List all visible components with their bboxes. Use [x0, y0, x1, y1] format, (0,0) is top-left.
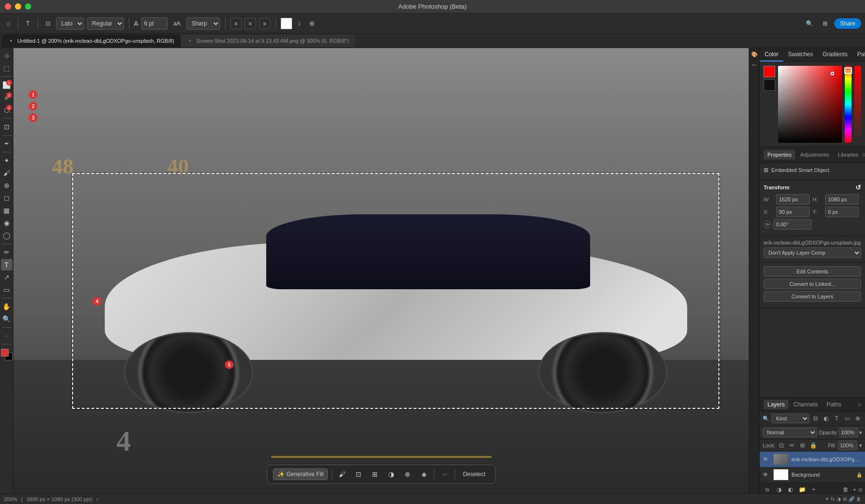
libraries-tab[interactable]: Libraries	[834, 150, 862, 160]
layer-filter-select[interactable]: Kind	[771, 414, 809, 423]
layers-panel-collapse[interactable]: ≡	[858, 401, 861, 408]
gradients-tab[interactable]: Gradients	[818, 48, 853, 61]
deselect-button[interactable]: Deselect	[459, 469, 489, 479]
adjustment-button[interactable]: ◐	[786, 485, 795, 493]
canvas-area[interactable]: 48 40 1 2 3 4 5	[13, 48, 749, 493]
transform-reset-icon[interactable]: ↺	[855, 184, 861, 191]
mask-button[interactable]: ◑	[385, 468, 397, 480]
layer-item-background[interactable]: 👁 Background 🔒	[760, 467, 865, 482]
text-tool-button[interactable]: T	[23, 19, 32, 28]
convert-layers-button[interactable]: Convert to Layers	[764, 291, 861, 302]
generative-fill-button[interactable]: ✨ Generative Fill	[273, 468, 328, 480]
add-mask-button[interactable]: ◑	[774, 485, 784, 493]
history-panel-button[interactable]: ↩	[750, 61, 759, 69]
lock-position-button[interactable]: ✏	[788, 441, 796, 450]
blend-mode-select[interactable]: Normal	[763, 428, 817, 437]
feather-button[interactable]: ◈	[418, 468, 430, 480]
align-center-button[interactable]: ≡	[245, 18, 256, 29]
fill-dropdown-icon[interactable]: ▾	[859, 443, 862, 449]
more-button[interactable]: ···	[438, 469, 451, 479]
filter-adjust-button[interactable]: ◐	[822, 414, 830, 423]
color-picker-panel-button[interactable]: 🎨	[750, 50, 759, 59]
layer-eye-car[interactable]: 👁	[763, 456, 770, 463]
transform-button[interactable]: ⊡	[352, 468, 365, 480]
eraser-tool-button[interactable]: ◻	[1, 192, 12, 204]
tab-screenshot[interactable]: × Screen Shot 2023-06-14 at 9.13.43 AM.p…	[181, 35, 355, 47]
foreground-color-swatch[interactable]	[1, 349, 9, 356]
text-color-swatch[interactable]	[281, 18, 292, 29]
paths-tab[interactable]: Paths	[823, 400, 845, 409]
patterns-tab[interactable]: Patterns	[853, 48, 865, 61]
share-button[interactable]: Share	[834, 18, 861, 29]
tab-untitled[interactable]: × Untitled-1 @ 200% (erik-mclean-dbLgODX…	[2, 35, 180, 47]
layers-tab[interactable]: Layers	[764, 400, 789, 409]
x-input[interactable]	[776, 207, 810, 217]
delete-layer-button[interactable]: 🗑	[841, 485, 851, 493]
hand-tool-button[interactable]: ✋	[1, 301, 12, 312]
artboard-tool-button[interactable]: ⬚	[1, 62, 12, 74]
width-input[interactable]	[776, 194, 810, 205]
layer-item-car[interactable]: 👁 erik-mclean-dbLgODXOPgo-unsplash	[760, 452, 865, 467]
eyedropper-tool-button[interactable]: ✒	[1, 138, 12, 149]
height-input[interactable]	[825, 194, 859, 205]
angle-input[interactable]	[773, 219, 812, 230]
quick-select-tool-button[interactable]: ⬡ 3	[1, 104, 12, 116]
properties-panel-collapse[interactable]: ≡	[862, 151, 865, 158]
lock-pixels-button[interactable]: ⊡	[777, 441, 786, 450]
foreground-color-picker[interactable]	[764, 66, 775, 77]
filter-pixel-button[interactable]: ⊟	[811, 414, 820, 423]
marquee-tool-button[interactable]: ⬜ 1	[1, 79, 12, 91]
color-spectrum[interactable]	[778, 66, 842, 143]
tool-mode-button[interactable]: ⊡	[43, 19, 53, 28]
align-left-button[interactable]: ≡	[230, 18, 242, 29]
lock-artboard-button[interactable]: ⊞	[798, 441, 807, 450]
minimize-button[interactable]	[15, 3, 21, 10]
y-input[interactable]	[825, 207, 859, 217]
adjustments-tab[interactable]: Adjustments	[796, 150, 833, 160]
swatches-tab[interactable]: Swatches	[783, 48, 818, 61]
antialiasing-select[interactable]: Sharp	[186, 17, 220, 30]
search-button[interactable]: 🔍	[803, 19, 816, 28]
warp-button[interactable]: ↕	[295, 19, 304, 28]
fill-input[interactable]	[838, 441, 857, 450]
brush-stroke-button[interactable]: 🖌	[336, 468, 348, 480]
channels-tab[interactable]: Channels	[790, 400, 822, 409]
lock-all-button[interactable]: 🔒	[809, 441, 817, 450]
shape-tool-button[interactable]: ▭	[1, 284, 12, 295]
crop-tool-button[interactable]: ⊡	[1, 121, 12, 133]
zoom-tool-button[interactable]: 🔍	[1, 313, 12, 325]
convert-linked-button[interactable]: Convert to Linked...	[764, 279, 861, 289]
background-color-picker[interactable]	[764, 79, 775, 91]
maximize-button[interactable]	[25, 3, 31, 10]
gradient-tool-button[interactable]: ▦	[1, 205, 12, 216]
brush-tool-button[interactable]: 🖌	[1, 167, 12, 179]
fx-button[interactable]: fx	[763, 485, 772, 493]
font-style-select[interactable]: Regular	[87, 17, 124, 30]
layer-eye-bg[interactable]: 👁	[763, 471, 770, 478]
invert-button[interactable]: ⊗	[401, 468, 414, 480]
folder-button[interactable]: 📁	[797, 485, 807, 493]
hue-bar[interactable]	[845, 66, 852, 143]
new-layer-button[interactable]: +	[809, 485, 818, 493]
text-tool-left-button[interactable]: T	[1, 259, 12, 270]
close-button[interactable]	[5, 3, 11, 10]
text-scale-button[interactable]: aA	[171, 19, 184, 28]
opacity-dropdown-icon[interactable]: ▾	[859, 430, 862, 436]
font-size-input[interactable]	[141, 17, 168, 30]
blur-tool-button[interactable]: ◉	[1, 217, 12, 229]
tab-close-untitled[interactable]: ×	[8, 37, 14, 44]
properties-tab[interactable]: Properties	[764, 150, 795, 160]
move-tool-button[interactable]: ⊹	[1, 50, 12, 61]
align-right-button[interactable]: ≡	[259, 18, 271, 29]
tab-close-screenshot[interactable]: ×	[187, 37, 194, 44]
healing-tool-button[interactable]: ✦	[1, 155, 12, 166]
lasso-tool-button[interactable]: ⌀ 2	[1, 92, 12, 103]
filter-text-button[interactable]: T	[832, 414, 841, 423]
layer-comp-dropdown[interactable]: Don't Apply Layer Comp	[764, 247, 861, 258]
font-family-select[interactable]: Lato	[56, 17, 84, 30]
path-select-tool-button[interactable]: ↗	[1, 271, 12, 283]
expand-button[interactable]: ⊞	[369, 468, 381, 480]
edit-contents-button[interactable]: Edit Contents	[764, 266, 861, 277]
character-panel-button[interactable]: ⊞	[307, 19, 317, 28]
status-arrow[interactable]: ›	[96, 496, 98, 502]
